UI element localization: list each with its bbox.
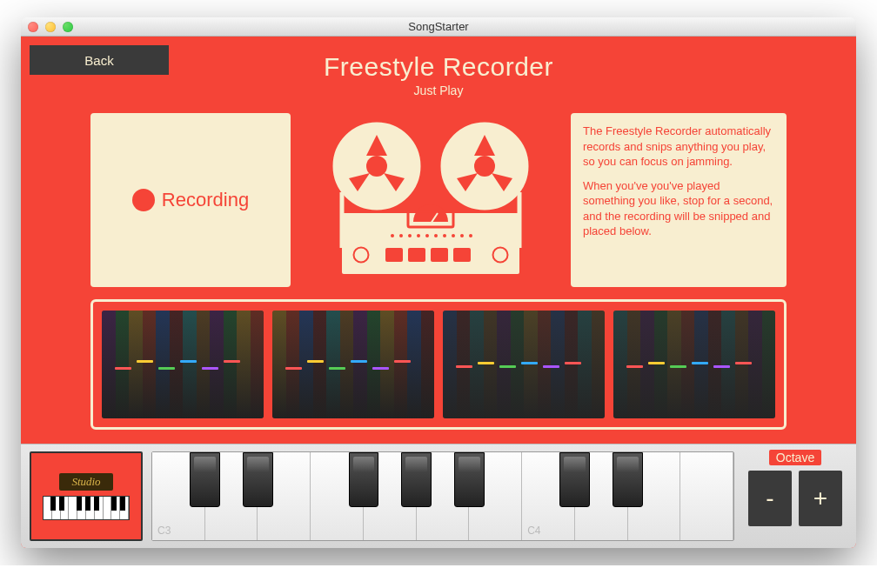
- svg-rect-13: [431, 248, 448, 262]
- svg-point-15: [391, 234, 394, 237]
- black-key[interactable]: [349, 452, 379, 507]
- bottom-bar: Studio C3C4 Octave - +: [21, 444, 856, 548]
- record-icon: [132, 189, 155, 211]
- svg-rect-12: [408, 248, 425, 262]
- tape-recorder-icon: [306, 113, 555, 287]
- svg-point-24: [469, 234, 472, 237]
- window-title: SongStarter: [21, 20, 856, 33]
- back-button[interactable]: Back: [30, 45, 169, 75]
- svg-point-17: [408, 234, 412, 237]
- svg-point-19: [425, 234, 429, 237]
- page-subtitle: Just Play: [21, 84, 856, 97]
- black-key[interactable]: [454, 452, 485, 507]
- svg-rect-14: [453, 248, 471, 262]
- svg-point-16: [399, 234, 403, 237]
- black-key[interactable]: [190, 452, 220, 507]
- piano-keyboard: C3C4: [151, 451, 734, 541]
- app-body: Back Freestyle Recorder Just Play Record…: [21, 37, 856, 548]
- svg-point-10: [496, 251, 505, 259]
- info-panel: The Freestyle Recorder automatically rec…: [571, 113, 787, 287]
- recording-status: Recording: [162, 189, 249, 211]
- clips-container: [90, 299, 787, 430]
- recording-clip[interactable]: [272, 311, 434, 418]
- app-window: SongStarter Back Freestyle Recorder Just…: [21, 17, 856, 548]
- recording-clip[interactable]: [102, 311, 264, 418]
- svg-point-20: [434, 234, 438, 237]
- info-paragraph-2: When you've you've played something you …: [583, 178, 774, 239]
- info-paragraph-1: The Freestyle Recorder automatically rec…: [583, 124, 774, 170]
- recording-clip[interactable]: [613, 311, 775, 418]
- black-key[interactable]: [613, 452, 643, 507]
- top-row: Recording: [90, 113, 787, 287]
- octave-label: Octave: [769, 450, 821, 465]
- svg-point-22: [452, 234, 455, 237]
- titlebar: SongStarter: [21, 17, 856, 37]
- black-key[interactable]: [243, 452, 273, 507]
- svg-point-23: [460, 234, 464, 237]
- svg-point-18: [417, 234, 420, 237]
- key-label: C3: [157, 525, 171, 537]
- recording-panel: Recording: [90, 113, 291, 287]
- recording-clip[interactable]: [443, 311, 605, 418]
- svg-point-8: [357, 251, 365, 259]
- white-key[interactable]: [680, 452, 733, 540]
- octave-down-button[interactable]: -: [748, 471, 792, 526]
- svg-rect-11: [385, 248, 403, 262]
- black-key[interactable]: [401, 452, 432, 507]
- black-key[interactable]: [559, 452, 590, 507]
- octave-control: Octave - +: [743, 451, 847, 541]
- studio-label: Studio: [59, 473, 112, 491]
- svg-point-21: [443, 234, 446, 237]
- mini-piano-icon: [43, 496, 130, 520]
- studio-button[interactable]: Studio: [30, 451, 143, 541]
- key-label: C4: [527, 525, 540, 537]
- octave-up-button[interactable]: +: [799, 471, 842, 526]
